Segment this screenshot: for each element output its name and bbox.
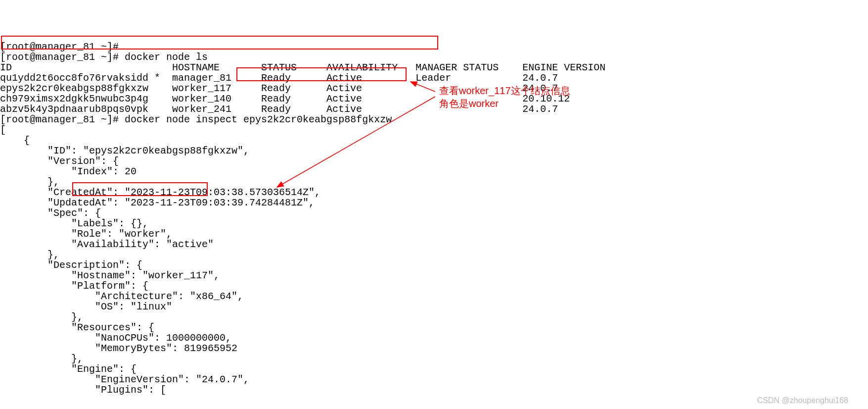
annotation-line-1: 查看worker_117这个结点信息 [439, 84, 570, 97]
prompt-cut-line: [root@manager_81 ~]# [0, 41, 119, 52]
prompt-1: [root@manager_81 ~]# [0, 51, 125, 63]
annotation-line-2: 角色是worker [439, 97, 570, 110]
watermark: CSDN @zhoupenghui168 [757, 397, 848, 405]
command-2-arg: epys2k2cr0keabgsp88fgkxzw [243, 114, 392, 125]
json-output: [ { "ID": "epys2k2cr0keabgsp88fgkxzw", "… [0, 124, 320, 396]
terminal-output[interactable]: [root@manager_81 ~]# [root@manager_81 ~]… [0, 42, 868, 395]
table-header: ID HOSTNAME STATUS AVAILABILITY MANAGER … [0, 62, 605, 73]
prompt-2: [root@manager_81 ~]# [0, 114, 125, 125]
annotation-text: 查看worker_117这个结点信息 角色是worker [439, 84, 570, 110]
command-1: docker node ls [125, 51, 208, 63]
command-2-prefix: docker node inspect [125, 114, 243, 125]
